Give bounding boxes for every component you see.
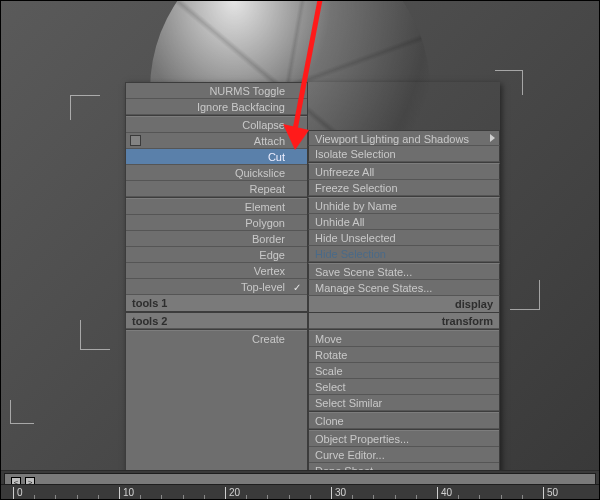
timeline[interactable]: < > 01020304050	[0, 470, 600, 500]
tick-minor	[267, 495, 268, 500]
menu-item[interactable]: Curve Editor...	[309, 447, 499, 463]
tick-label: 0	[17, 487, 23, 498]
menu-item[interactable]: Unhide All	[308, 214, 500, 230]
menu-item[interactable]: Save Scene State...	[308, 264, 500, 280]
menu-item-label: Vertex	[254, 265, 285, 277]
menu-item[interactable]: Object Properties...	[309, 431, 499, 447]
menu-item-label: Move	[315, 333, 342, 345]
tick-major	[225, 487, 226, 500]
menu-item-label: Ignore Backfacing	[197, 101, 285, 113]
tick-minor	[98, 495, 99, 500]
tick-label: 50	[547, 487, 558, 498]
menu-item[interactable]: Move	[309, 331, 499, 347]
menu-item-label: Freeze Selection	[315, 182, 398, 194]
menu-item-label: Object Properties...	[315, 433, 409, 445]
menu-item[interactable]: Repeat	[126, 181, 307, 197]
quad-footer: transform	[309, 313, 499, 329]
menu-item-label: Element	[245, 201, 285, 213]
option-box-icon[interactable]	[130, 135, 141, 146]
menu-item[interactable]: Attach	[126, 133, 307, 149]
tick-minor	[161, 495, 162, 500]
timeline-ruler[interactable]: 01020304050	[0, 484, 600, 500]
tick-minor	[183, 495, 184, 500]
tick-minor	[204, 495, 205, 500]
tick-minor	[77, 495, 78, 500]
tick-major	[437, 487, 438, 500]
menu-item[interactable]: Polygon	[126, 215, 307, 231]
menu-item[interactable]: Manage Scene States...	[308, 280, 500, 296]
menu-item[interactable]: Edge	[126, 247, 307, 263]
menu-item[interactable]: Border	[126, 231, 307, 247]
menu-item-label: Polygon	[245, 217, 285, 229]
menu-item[interactable]: Select Similar	[309, 395, 499, 411]
tick-minor	[416, 495, 417, 500]
menu-item[interactable]: Unfreeze All	[308, 164, 500, 180]
menu-item-label: Curve Editor...	[315, 449, 385, 461]
context-quad-menu: NURMS ToggleIgnore BackfacingCollapseAtt…	[125, 82, 500, 500]
menu-item[interactable]: Scale	[309, 363, 499, 379]
menu-item[interactable]: NURMS Toggle	[126, 83, 307, 99]
tick-label: 40	[441, 487, 452, 498]
menu-item[interactable]: Hide Unselected	[308, 230, 500, 246]
wire-bracket	[80, 320, 110, 350]
tick-minor	[246, 495, 247, 500]
menu-item[interactable]: Element	[126, 199, 307, 215]
menu-item[interactable]: Quickslice	[126, 165, 307, 181]
tick-major	[13, 487, 14, 500]
menu-item[interactable]: Unhide by Name	[308, 198, 500, 214]
quad-footer: display	[308, 296, 500, 312]
quad-footer: tools 1	[126, 295, 307, 311]
tick-minor	[522, 495, 523, 500]
tick-major	[331, 487, 332, 500]
tick-minor	[34, 495, 35, 500]
quad-footer-right: display	[404, 296, 493, 312]
menu-item-label: Viewport Lighting and Shadows	[315, 133, 469, 145]
tick-label: 10	[123, 487, 134, 498]
quad-footer-left: tools 1	[132, 295, 217, 311]
quad-footer-right	[217, 295, 302, 311]
tick-label: 20	[229, 487, 240, 498]
menu-item[interactable]: Hide Selection	[308, 246, 500, 262]
menu-item-label: Cut	[268, 151, 285, 163]
menu-item[interactable]: Viewport Lighting and Shadows	[308, 130, 500, 146]
menu-item[interactable]: Create	[126, 331, 307, 347]
tick-minor	[479, 495, 480, 500]
menu-item-label: Unhide by Name	[315, 200, 397, 212]
quad-footer-left	[315, 296, 404, 312]
menu-item[interactable]: Vertex	[126, 263, 307, 279]
menu-item[interactable]: Clone	[309, 413, 499, 429]
menu-item-label: Quickslice	[235, 167, 285, 179]
submenu-arrow-icon	[490, 134, 495, 142]
menu-item[interactable]: Freeze Selection	[308, 180, 500, 196]
menu-item-label: Hide Unselected	[315, 232, 396, 244]
tick-major	[543, 487, 544, 500]
tick-minor	[373, 495, 374, 500]
menu-item[interactable]: Isolate Selection	[308, 146, 500, 162]
menu-item-label: Border	[252, 233, 285, 245]
quad-panel-tools1: NURMS ToggleIgnore BackfacingCollapseAtt…	[125, 82, 308, 312]
menu-item-label: Save Scene State...	[315, 266, 412, 278]
menu-item-label: Create	[252, 333, 285, 345]
menu-item-label: Hide Selection	[315, 248, 386, 260]
tick-minor	[289, 495, 290, 500]
menu-item[interactable]: Collapse	[126, 117, 307, 133]
menu-item-label: Collapse	[242, 119, 285, 131]
wire-bracket	[510, 280, 540, 310]
quad-footer-left: tools 2	[132, 313, 217, 328]
tick-major	[119, 487, 120, 500]
menu-item[interactable]: Top-level✓	[126, 279, 307, 295]
menu-item[interactable]: Ignore Backfacing	[126, 99, 307, 115]
menu-item-label: Top-level	[241, 281, 285, 293]
menu-item-label: Unhide All	[315, 216, 365, 228]
tick-minor	[458, 495, 459, 500]
quad-panel-display: Viewport Lighting and ShadowsIsolate Sel…	[308, 82, 500, 312]
menu-item-label: Manage Scene States...	[315, 282, 432, 294]
check-icon: ✓	[293, 280, 301, 296]
quad-footer-right: transform	[404, 313, 493, 328]
menu-item[interactable]: Rotate	[309, 347, 499, 363]
menu-item-label: Edge	[259, 249, 285, 261]
menu-item[interactable]: Cut	[126, 149, 307, 165]
menu-item-label: NURMS Toggle	[209, 85, 285, 97]
quad-footer-left	[315, 313, 404, 328]
menu-item[interactable]: Select	[309, 379, 499, 395]
